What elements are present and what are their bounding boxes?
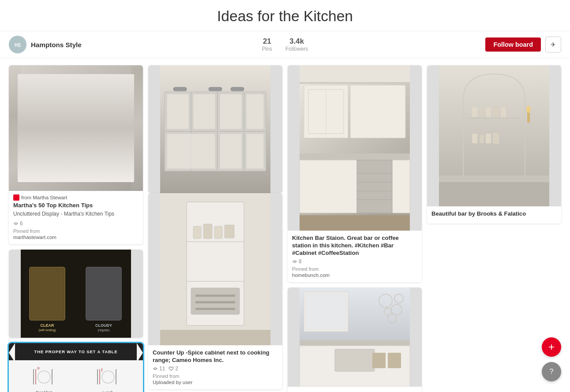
svg-rect-102 bbox=[350, 85, 405, 138]
pin-title: Martha's 50 Top Kitchen Tips bbox=[13, 202, 139, 209]
pin-info: Beautiful bar by Brooks & Falatico bbox=[427, 206, 561, 224]
svg-rect-65 bbox=[167, 134, 215, 169]
pin-info: New England | Brooks and Falatico Associ… bbox=[288, 387, 422, 392]
svg-rect-17 bbox=[30, 268, 64, 319]
svg-point-29 bbox=[102, 371, 114, 383]
svg-point-9 bbox=[74, 154, 91, 161]
svg-text:(regular): (regular) bbox=[98, 329, 109, 332]
pin-source-url: homebunch.com bbox=[292, 273, 417, 278]
avatar: HS bbox=[9, 36, 26, 53]
svg-text:HS: HS bbox=[15, 43, 21, 48]
svg-rect-27 bbox=[52, 369, 52, 385]
svg-rect-79 bbox=[225, 225, 234, 238]
send-button[interactable]: ✈ bbox=[545, 37, 561, 52]
svg-rect-66 bbox=[220, 134, 242, 169]
svg-rect-62 bbox=[193, 94, 215, 129]
pin-card[interactable]: Counter Up -Spice cabinet next to cookin… bbox=[148, 193, 282, 389]
pin-image bbox=[427, 65, 561, 206]
pin-source-label: Pinned from bbox=[13, 228, 139, 234]
svg-rect-26 bbox=[35, 369, 36, 385]
pin-description: Uncluttered Display - Martha's Kitchen T… bbox=[13, 211, 139, 218]
svg-rect-77 bbox=[203, 224, 212, 239]
svg-rect-70 bbox=[231, 87, 244, 91]
board-owner[interactable]: HS Hamptons Style bbox=[9, 36, 82, 53]
pin-stats: 8 bbox=[292, 258, 417, 265]
svg-rect-78 bbox=[214, 226, 222, 239]
svg-point-28 bbox=[37, 367, 40, 370]
svg-rect-64 bbox=[246, 94, 264, 129]
svg-rect-157 bbox=[486, 134, 491, 143]
pin-title: Beautiful bar by Brooks & Falatico bbox=[431, 210, 557, 217]
pin-card[interactable]: CLEAR (with boiling) CLOUDY (regular) bbox=[9, 250, 143, 338]
add-button[interactable]: + bbox=[542, 337, 561, 357]
board-owner-name[interactable]: Hamptons Style bbox=[31, 41, 82, 49]
pin-from-name: from Martha Stewart bbox=[21, 195, 67, 200]
pins-stat: 21 Pins bbox=[262, 37, 272, 52]
svg-rect-115 bbox=[306, 294, 346, 330]
svg-rect-69 bbox=[209, 87, 222, 91]
svg-rect-105 bbox=[300, 153, 410, 160]
pin-info: Counter Up -Spice cabinet next to cookin… bbox=[148, 345, 282, 389]
svg-rect-3 bbox=[47, 74, 87, 123]
pin-source-from: from Martha Stewart bbox=[13, 194, 139, 201]
follow-board-button[interactable]: Follow board bbox=[485, 37, 541, 52]
table-breakfast: Breakfast bbox=[13, 365, 75, 392]
svg-point-13 bbox=[57, 143, 62, 149]
svg-rect-30 bbox=[97, 369, 98, 385]
board-header: HS Hamptons Style 21 Pins 3.4k Followers… bbox=[0, 31, 570, 58]
pin-image bbox=[288, 65, 422, 231]
pin-image: THE PROPER WAY TO SET A TABLE bbox=[9, 343, 143, 392]
svg-rect-99 bbox=[300, 65, 410, 83]
pin-title: Kitchen Bar Staion. Great bar or coffee … bbox=[292, 234, 417, 257]
svg-text:CLEAR: CLEAR bbox=[41, 323, 54, 328]
pin-info: from Martha Stewart Martha's 50 Top Kitc… bbox=[9, 191, 143, 244]
pinterest-icon bbox=[13, 194, 19, 201]
svg-point-10 bbox=[74, 153, 91, 159]
svg-rect-153 bbox=[493, 106, 499, 117]
svg-rect-19 bbox=[87, 268, 120, 319]
like-stat: 2 bbox=[169, 366, 178, 372]
followers-count: 3.4k bbox=[285, 37, 308, 46]
pin-card[interactable]: Beautiful bar by Brooks & Falatico bbox=[427, 65, 561, 224]
svg-rect-152 bbox=[486, 107, 491, 117]
column-4: Kitchen Bar Staion. Great bar or coffee … bbox=[288, 65, 561, 392]
pin-title: Counter Up -Spice cabinet next to cookin… bbox=[153, 349, 278, 364]
pin-card[interactable]: New England | Brooks and Falatico Associ… bbox=[288, 287, 422, 392]
svg-rect-123 bbox=[335, 349, 375, 371]
svg-rect-25 bbox=[33, 369, 34, 385]
pin-card-selected[interactable]: THE PROPER WAY TO SET A TABLE bbox=[9, 343, 143, 392]
table-setting-grid: Breakfast Lunch bbox=[9, 360, 143, 392]
help-button[interactable]: ? bbox=[542, 362, 561, 381]
svg-rect-162 bbox=[439, 182, 549, 206]
svg-rect-100 bbox=[300, 82, 410, 84]
svg-text:(with boiling): (with boiling) bbox=[38, 329, 56, 332]
svg-rect-83 bbox=[195, 308, 235, 310]
pin-image bbox=[9, 65, 143, 191]
pin-card[interactable] bbox=[148, 65, 282, 193]
svg-point-12 bbox=[68, 142, 75, 149]
column-1: from Martha Stewart Martha's 50 Top Kitc… bbox=[9, 65, 143, 338]
svg-rect-106 bbox=[300, 160, 410, 213]
svg-rect-155 bbox=[472, 134, 477, 143]
pin-image bbox=[288, 287, 422, 387]
pins-label: Pins bbox=[262, 46, 272, 52]
svg-rect-82 bbox=[195, 301, 235, 303]
pin-card[interactable]: from Martha Stewart Martha's 50 Top Kitc… bbox=[9, 65, 143, 244]
svg-rect-107 bbox=[357, 160, 392, 213]
svg-text:CLOUDY: CLOUDY bbox=[95, 323, 112, 328]
pin-card[interactable]: Kitchen Bar Staion. Great bar or coffee … bbox=[288, 65, 422, 282]
svg-rect-6 bbox=[21, 145, 131, 171]
column-3: Counter Up -Spice cabinet next to cookin… bbox=[148, 193, 282, 392]
pin-source-label: Pinned from bbox=[153, 373, 278, 379]
pin-source-url: marthastewart.com bbox=[13, 235, 139, 240]
pin-info: Kitchen Bar Staion. Great bar or coffee … bbox=[288, 231, 422, 282]
svg-rect-32 bbox=[116, 369, 116, 385]
pin-image: CLEAR (with boiling) CLOUDY (regular) bbox=[9, 250, 143, 338]
svg-rect-125 bbox=[388, 353, 401, 368]
followers-label: Followers bbox=[285, 46, 308, 52]
svg-rect-124 bbox=[372, 353, 386, 368]
table-banner: THE PROPER WAY TO SET A TABLE bbox=[9, 343, 143, 360]
board-actions: Follow board ✈ bbox=[485, 37, 561, 52]
svg-point-11 bbox=[61, 143, 68, 150]
pin-source-label: Pinned from bbox=[292, 266, 417, 272]
